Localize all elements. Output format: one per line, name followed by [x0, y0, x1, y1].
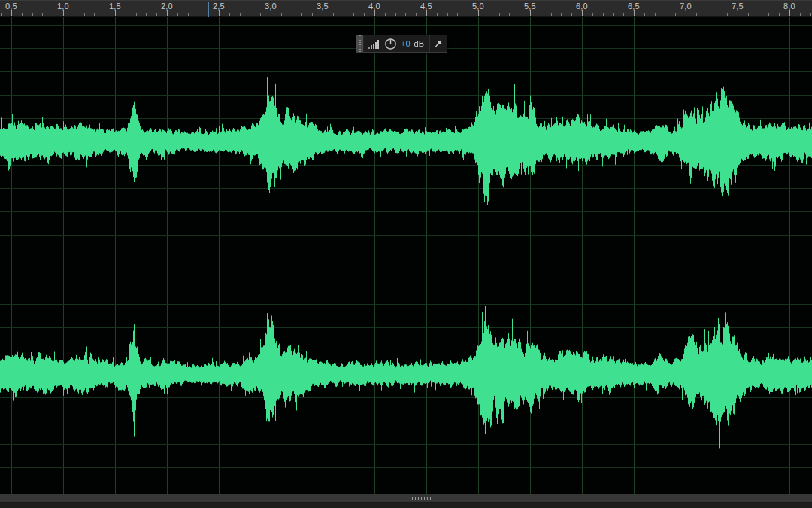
gain-value[interactable]: +0 — [401, 39, 411, 48]
time-label: 7,5 — [732, 2, 744, 11]
time-label: 8,0 — [783, 2, 795, 11]
ruler-tick-minor — [292, 13, 292, 16]
ruler-tick-minor — [489, 13, 489, 16]
ruler-tick-minor — [333, 13, 334, 16]
ruler-tick-major — [63, 10, 64, 16]
timeline-ruler[interactable]: 0,51,01,52,02,53,03,54,04,55,05,56,06,57… — [0, 0, 812, 17]
ruler-tick-minor — [344, 13, 344, 16]
time-label: 1,0 — [57, 2, 69, 11]
playhead-marker[interactable] — [208, 2, 209, 17]
ruler-tick-minor — [126, 13, 126, 16]
waveform-display[interactable] — [0, 17, 812, 494]
ruler-tick-minor — [468, 13, 468, 16]
ruler-tick-minor — [198, 13, 198, 16]
ruler-tick-minor — [105, 13, 105, 16]
ruler-tick-minor — [675, 13, 676, 16]
ruler-tick-minor — [53, 13, 53, 16]
ruler-tick-major — [426, 10, 427, 16]
ruler-tick-minor — [603, 13, 604, 16]
ruler-tick-minor — [94, 13, 95, 16]
ruler-tick-major — [11, 10, 12, 16]
time-label: 7,0 — [680, 2, 692, 11]
ruler-tick-major — [478, 10, 479, 16]
ruler-tick-major — [323, 10, 323, 16]
ruler-tick-minor — [655, 13, 656, 16]
ruler-tick-minor — [613, 13, 614, 16]
ruler-tick-major — [686, 10, 686, 16]
ruler-tick-minor — [405, 13, 406, 16]
ruler-tick-minor — [623, 13, 624, 16]
gain-unit-label: dB — [414, 39, 424, 48]
ruler-tick-minor — [416, 13, 417, 16]
time-label: 3,5 — [317, 2, 329, 11]
ruler-tick-major — [634, 10, 635, 16]
ruler-tick-minor — [748, 13, 749, 16]
ruler-tick-major — [582, 10, 583, 16]
time-label: 0,5 — [5, 2, 17, 11]
ruler-tick-minor — [717, 13, 717, 16]
ruler-tick-minor — [250, 13, 250, 16]
ruler-tick-minor — [146, 13, 147, 16]
ruler-tick-minor — [561, 13, 562, 16]
ruler-tick-minor — [509, 13, 510, 16]
ruler-tick-minor — [644, 13, 645, 16]
ruler-tick-minor — [84, 13, 85, 16]
ruler-tick-minor — [136, 13, 137, 16]
ruler-tick-minor — [385, 13, 386, 16]
ruler-tick-minor — [188, 13, 189, 16]
ruler-tick-minor — [768, 13, 769, 16]
ruler-tick-major — [374, 10, 375, 16]
ruler-tick-minor — [229, 13, 230, 16]
ruler-tick-major — [115, 10, 116, 16]
ruler-tick-minor — [800, 13, 801, 16]
ruler-tick-minor — [571, 13, 572, 16]
ruler-tick-minor — [260, 13, 261, 16]
ruler-tick-minor — [727, 13, 728, 16]
time-label: 2,0 — [161, 2, 173, 11]
ruler-tick-minor — [520, 13, 520, 16]
time-label: 2,5 — [213, 2, 225, 11]
ruler-tick-minor — [541, 13, 541, 16]
ruler-tick-minor — [437, 13, 438, 16]
pin-hud-button[interactable] — [430, 35, 447, 52]
ruler-tick-minor — [395, 13, 396, 16]
ruler-tick-minor — [74, 13, 74, 16]
ruler-tick-minor — [499, 13, 500, 16]
hud-controls: +0 dB — [364, 35, 429, 52]
ruler-tick-minor — [364, 13, 365, 16]
horizontal-scrollbar[interactable] — [0, 494, 812, 503]
time-label: 4,5 — [420, 2, 432, 11]
ruler-tick-minor — [353, 13, 354, 16]
ruler-tick-minor — [281, 13, 282, 16]
time-label: 3,0 — [265, 2, 277, 11]
gain-knob-icon[interactable] — [384, 38, 397, 50]
ruler-tick-minor — [447, 13, 448, 16]
level-meter-icon — [368, 39, 380, 49]
hud-drag-grip-icon[interactable] — [356, 35, 364, 52]
scrollbar-grip-icon[interactable] — [412, 497, 433, 500]
ruler-tick-minor — [42, 13, 43, 16]
bottom-strip — [0, 503, 812, 508]
ruler-tick-minor — [177, 13, 178, 16]
ruler-tick-minor — [32, 13, 33, 16]
ruler-tick-major — [530, 10, 531, 16]
ruler-tick-minor — [156, 13, 157, 16]
ruler-tick-minor — [240, 13, 241, 16]
ruler-tick-minor — [779, 13, 780, 16]
time-label: 5,5 — [524, 2, 536, 11]
gain-hud[interactable]: +0 dB — [356, 35, 447, 53]
ruler-tick-minor — [759, 13, 759, 16]
ruler-tick-minor — [301, 13, 302, 16]
time-label: 5,0 — [472, 2, 484, 11]
ruler-tick-minor — [696, 13, 697, 16]
ruler-tick-minor — [551, 13, 552, 16]
time-label: 4,0 — [368, 2, 380, 11]
time-label: 6,5 — [628, 2, 640, 11]
ruler-tick-major — [789, 10, 790, 16]
time-label: 6,0 — [576, 2, 588, 11]
ruler-tick-major — [219, 10, 220, 16]
ruler-tick-minor — [312, 13, 313, 16]
ruler-tick-major — [167, 10, 168, 16]
ruler-tick-major — [271, 10, 271, 16]
audio-editor-waveform-view: 0,51,01,52,02,53,03,54,04,55,05,56,06,57… — [0, 0, 812, 508]
